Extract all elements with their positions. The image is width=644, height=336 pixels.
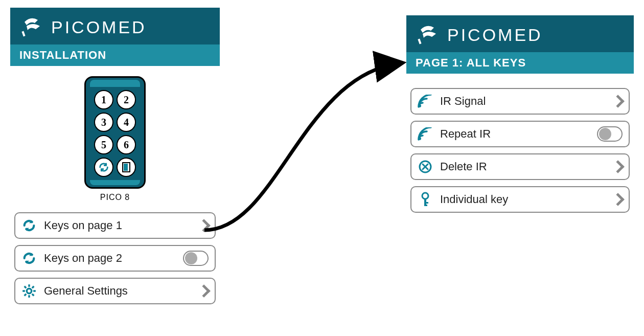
gear-icon bbox=[21, 283, 37, 299]
menu-label: Keys on page 1 bbox=[44, 219, 176, 232]
chevron-right-icon bbox=[197, 284, 210, 297]
svg-line-8 bbox=[25, 286, 27, 288]
svg-line-10 bbox=[25, 294, 27, 296]
svg-point-16 bbox=[422, 193, 428, 199]
device-key-2: 2 bbox=[117, 90, 136, 109]
svg-point-14 bbox=[418, 137, 421, 140]
svg-line-9 bbox=[32, 294, 34, 296]
device-illustration: 1 2 3 4 5 6 PICO 8 bbox=[10, 76, 220, 202]
menu-keys-page-1[interactable]: Keys on page 1 bbox=[14, 212, 216, 239]
toggle-off[interactable] bbox=[183, 251, 209, 266]
brand-bar-right: PICOMED bbox=[406, 15, 634, 52]
key-icon bbox=[418, 192, 433, 207]
menu-label: Delete IR bbox=[440, 160, 590, 173]
svg-rect-19 bbox=[424, 205, 427, 206]
device-key-rotate bbox=[94, 158, 113, 177]
menu-general-settings[interactable]: General Settings bbox=[14, 278, 216, 304]
brand-name: PICOMED bbox=[51, 17, 147, 37]
device-label: PICO 8 bbox=[100, 193, 130, 202]
pico8-device: 1 2 3 4 5 6 bbox=[84, 76, 146, 189]
svg-point-3 bbox=[27, 288, 31, 293]
signal-icon bbox=[418, 126, 433, 142]
menu-label: IR Signal bbox=[440, 95, 590, 108]
menu-delete-ir[interactable]: Delete IR bbox=[410, 153, 630, 180]
svg-line-11 bbox=[32, 286, 34, 288]
menu-repeat-ir[interactable]: Repeat IR bbox=[410, 121, 630, 147]
x-circle-icon bbox=[418, 159, 433, 174]
chevron-right-icon bbox=[197, 219, 210, 232]
bird-logo-icon bbox=[19, 15, 44, 39]
chevron-right-icon bbox=[611, 193, 624, 206]
installation-menu: Keys on page 1 Keys on page 2 General Se… bbox=[10, 207, 220, 304]
svg-rect-12 bbox=[418, 39, 421, 44]
rotate-icon bbox=[21, 218, 37, 233]
menu-label: Repeat IR bbox=[440, 127, 590, 141]
navigation-arrow bbox=[194, 36, 419, 240]
svg-rect-2 bbox=[124, 164, 128, 171]
bird-logo-icon bbox=[416, 23, 440, 47]
device-key-6: 6 bbox=[117, 135, 136, 154]
signal-icon bbox=[418, 94, 433, 109]
brand-name: PICOMED bbox=[447, 25, 543, 45]
menu-label: General Settings bbox=[44, 284, 176, 298]
rotate-icon bbox=[21, 251, 37, 266]
svg-rect-18 bbox=[424, 202, 428, 204]
all-keys-screen: PICOMED PAGE 1: ALL KEYS IR Signal Repea… bbox=[406, 15, 634, 213]
menu-ir-signal[interactable]: IR Signal bbox=[410, 88, 630, 115]
chevron-right-icon bbox=[611, 160, 624, 173]
subtitle-all-keys: PAGE 1: ALL KEYS bbox=[406, 52, 634, 74]
chevron-right-icon bbox=[611, 95, 624, 107]
svg-rect-0 bbox=[21, 31, 25, 37]
subtitle-installation: INSTALLATION bbox=[10, 44, 220, 66]
menu-label: Individual key bbox=[440, 193, 590, 206]
installation-screen: PICOMED INSTALLATION 1 2 3 4 5 6 PICO 8 bbox=[10, 8, 220, 304]
device-key-5: 5 bbox=[94, 135, 113, 154]
device-key-3: 3 bbox=[94, 113, 113, 132]
brand-bar-left: PICOMED bbox=[10, 8, 220, 44]
device-key-door bbox=[117, 158, 136, 177]
device-key-1: 1 bbox=[94, 90, 113, 109]
menu-label: Keys on page 2 bbox=[44, 252, 176, 265]
menu-keys-page-2[interactable]: Keys on page 2 bbox=[14, 245, 216, 272]
all-keys-menu: IR Signal Repeat IR Delete IR Individual… bbox=[406, 83, 634, 213]
toggle-off[interactable] bbox=[597, 126, 623, 142]
menu-individual-key[interactable]: Individual key bbox=[410, 186, 630, 213]
device-key-4: 4 bbox=[117, 113, 136, 132]
svg-point-13 bbox=[418, 104, 421, 107]
